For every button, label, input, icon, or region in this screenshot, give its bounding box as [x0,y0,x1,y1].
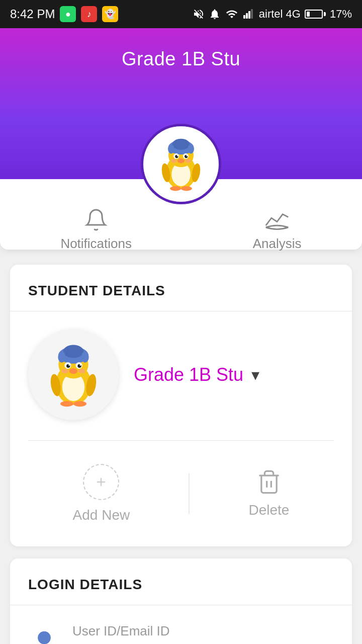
student-name-container: Grade 1B Stu ▾ [134,364,334,385]
tab-analysis[interactable]: Analysis [233,203,322,257]
student-details-body: Grade 1B Stu ▾ Add New [10,311,352,546]
svg-point-28 [63,345,84,358]
login-details-title: LOGIN DETAILS [28,577,142,592]
svg-point-10 [188,144,194,154]
svg-point-39 [78,369,85,373]
user-icon-container [28,627,60,644]
svg-rect-0 [243,15,245,19]
svg-point-41 [73,401,86,407]
student-penguin-image [41,342,106,408]
analysis-icon [264,208,290,232]
svg-point-9 [168,144,174,154]
header-title: Grade 1B Stu [122,48,240,70]
carrier-label: airtel 4G [259,8,301,21]
status-bar: 8:42 PM ● ♪ 👻 airtel 4G [0,0,362,28]
svg-point-17 [177,158,185,163]
analysis-tab-label: Analysis [253,236,302,252]
student-details-header: STUDENT DETAILS [10,265,352,311]
login-email: support@heymath.com [72,642,239,644]
login-details-header: LOGIN DETAILS [10,558,352,605]
bell-icon [84,208,108,232]
student-name: Grade 1B Stu [134,364,243,385]
snapchat-icon: 👻 [102,6,118,22]
action-divider [189,473,190,514]
trash-icon [256,469,282,495]
student-details-title: STUDENT DETAILS [28,283,165,298]
penguin-avatar-image [153,136,209,192]
login-info: User ID/Email ID support@heymath.com [72,623,239,644]
whatsapp-icon: ● [60,6,76,22]
content-area: STUDENT DETAILS [0,250,362,644]
tab-notifications[interactable]: Notifications [40,203,152,257]
chevron-down-icon[interactable]: ▾ [251,365,259,384]
status-left: 8:42 PM ● ♪ 👻 [10,6,118,22]
wifi-icon [225,8,239,20]
svg-point-18 [171,159,176,163]
svg-point-48 [38,631,51,644]
notifications-tab-label: Notifications [60,236,132,252]
svg-point-8 [172,139,190,150]
battery-indicator [305,10,326,19]
login-details-body: User ID/Email ID support@heymath.com [10,605,352,644]
svg-point-15 [177,155,178,156]
status-right: airtel 4G 17% [193,8,352,21]
battery-percent: 17% [330,8,352,21]
user-icon [28,627,60,644]
svg-point-35 [68,364,70,366]
time: 8:42 PM [10,7,55,21]
svg-point-20 [170,186,181,191]
add-new-button[interactable]: Add New [43,459,160,528]
mute-icon [193,8,205,20]
svg-rect-2 [248,11,250,19]
login-details-card: LOGIN DETAILS User ID/Email ID support@h… [10,558,352,644]
svg-rect-1 [246,13,248,19]
svg-point-36 [80,364,81,366]
alarm-icon [209,8,221,20]
add-icon [83,464,119,500]
student-details-card: STUDENT DETAILS [10,265,352,546]
svg-point-40 [60,401,73,407]
svg-point-38 [62,369,68,373]
svg-point-16 [187,155,188,156]
student-avatar [28,330,119,420]
plus-icon [94,475,108,489]
svg-point-30 [81,352,89,363]
svg-point-29 [58,352,65,363]
signal-icon [243,8,255,20]
music-icon: ♪ [81,6,97,22]
delete-button[interactable]: Delete [218,464,319,523]
delete-label: Delete [248,502,289,518]
svg-point-37 [69,368,78,374]
svg-rect-3 [251,9,253,19]
action-row: Add New Delete [28,440,334,528]
svg-point-21 [181,186,192,191]
add-new-label: Add New [73,507,130,523]
student-row: Grade 1B Stu ▾ [28,330,334,420]
login-label: User ID/Email ID [72,623,239,639]
svg-point-19 [186,159,191,163]
header: Grade 1B Stu [0,28,362,179]
header-avatar [141,124,221,204]
